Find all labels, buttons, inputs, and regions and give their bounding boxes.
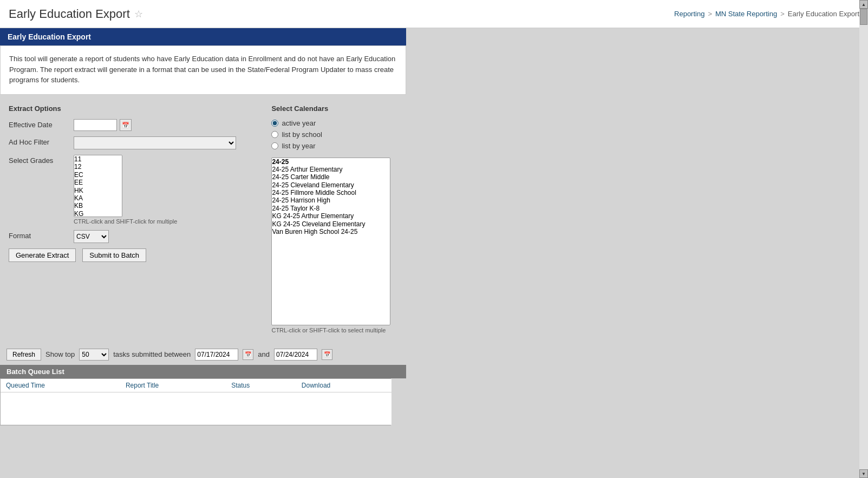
tasks-label: tasks submitted between <box>113 350 191 358</box>
scroll-down-button[interactable]: ▼ <box>859 469 868 478</box>
breadcrumb-mn-state-reporting[interactable]: MN State Reporting <box>715 10 777 18</box>
batch-empty-row <box>1 392 391 424</box>
radio-active-year-label: active year <box>282 119 316 127</box>
batch-table: Queued Time Report Title Status Download <box>1 379 391 425</box>
extract-options-title: Extract Options <box>9 104 255 113</box>
format-control: CSVHTMLXML <box>74 230 255 243</box>
adhoc-filter-select[interactable] <box>74 136 236 149</box>
adhoc-filter-row: Ad Hoc Filter <box>9 136 255 149</box>
adhoc-filter-control <box>74 136 255 149</box>
select-grades-control: 1112ECEEHKKAKBKG CTRL-click and SHIFT-cl… <box>74 155 255 225</box>
radio-list-by-year-row: list by year <box>271 142 397 150</box>
batch-controls: Refresh Show top 102050100 tasks submitt… <box>0 344 406 365</box>
calendar-radio-group: active year list by school list by year <box>271 119 397 150</box>
section-header-text: Early Education Export <box>8 32 91 41</box>
scroll-up-button[interactable]: ▲ <box>859 0 868 9</box>
batch-table-header-row: Queued Time Report Title Status Download <box>1 379 391 392</box>
format-label: Format <box>9 230 74 240</box>
app-header: Early Education Export ☆ Reporting > MN … <box>0 0 868 28</box>
select-calendars-title: Select Calendars <box>271 104 397 113</box>
breadcrumb-sep-1: > <box>708 10 712 18</box>
generate-extract-button[interactable]: Generate Extract <box>9 248 76 262</box>
radio-list-by-school[interactable] <box>271 131 278 138</box>
col-status[interactable]: Status <box>226 379 296 392</box>
batch-table-wrapper: Queued Time Report Title Status Download <box>0 378 391 425</box>
effective-date-control: 📅 <box>74 119 255 132</box>
col-report-title[interactable]: Report Title <box>120 379 226 392</box>
action-buttons: Generate Extract Submit to Batch <box>9 248 255 262</box>
select-grades-label: Select Grades <box>9 155 74 165</box>
col-queued-time[interactable]: Queued Time <box>1 379 120 392</box>
title-text: Early Education Export <box>9 7 130 21</box>
batch-date-from[interactable] <box>195 349 238 361</box>
scroll-track[interactable] <box>859 9 868 469</box>
breadcrumb-reporting[interactable]: Reporting <box>674 10 704 18</box>
extract-options-column: Extract Options Effective Date 📅 Ad Hoc … <box>9 104 255 333</box>
favorite-star-icon[interactable]: ☆ <box>134 8 143 20</box>
select-grades-row: Select Grades 1112ECEEHKKAKBKG CTRL-clic… <box>9 155 255 225</box>
effective-date-input[interactable] <box>74 119 117 131</box>
batch-date-from-calendar-icon[interactable]: 📅 <box>243 349 253 360</box>
section-header: Early Education Export <box>0 28 406 45</box>
refresh-button[interactable]: Refresh <box>6 349 41 361</box>
effective-date-calendar-icon[interactable]: 📅 <box>120 119 132 131</box>
scroll-thumb[interactable] <box>860 9 867 25</box>
batch-queue-label: Batch Queue List <box>0 365 406 378</box>
format-row: Format CSVHTMLXML <box>9 230 255 243</box>
grades-listbox[interactable]: 1112ECEEHKKAKBKG <box>74 155 122 217</box>
page-wrapper: Early Education Export This tool will ge… <box>0 28 868 425</box>
submit-to-batch-button[interactable]: Submit to Batch <box>82 248 146 262</box>
description-box: This tool will generate a report of stud… <box>0 45 406 95</box>
scrollbar[interactable]: ▲ ▼ <box>859 0 868 478</box>
show-top-select[interactable]: 102050100 <box>79 349 109 361</box>
radio-active-year-row: active year <box>271 119 397 127</box>
batch-date-to[interactable] <box>274 349 317 361</box>
and-label: and <box>258 350 270 358</box>
calendar-hint: CTRL-click or SHIFT-click to select mult… <box>271 327 397 333</box>
radio-list-by-school-row: list by school <box>271 130 397 139</box>
right-panel <box>406 28 868 425</box>
radio-list-by-school-label: list by school <box>282 130 322 139</box>
breadcrumb: Reporting > MN State Reporting > Early E… <box>674 10 859 18</box>
breadcrumb-current: Early Education Export <box>788 10 859 18</box>
select-calendars-column: Select Calendars active year list by sch… <box>271 104 397 333</box>
effective-date-row: Effective Date 📅 <box>9 119 255 132</box>
effective-date-label: Effective Date <box>9 119 74 129</box>
calendar-listbox[interactable]: 24-25 24-25 Arthur Elementary 24-25 Cart… <box>271 158 390 325</box>
form-area: Extract Options Effective Date 📅 Ad Hoc … <box>0 95 406 339</box>
batch-section: Refresh Show top 102050100 tasks submitt… <box>0 344 406 425</box>
batch-date-to-calendar-icon[interactable]: 📅 <box>322 349 332 360</box>
col-download: Download <box>296 379 391 392</box>
radio-active-year[interactable] <box>271 120 278 127</box>
show-top-label: Show top <box>45 350 75 358</box>
adhoc-filter-label: Ad Hoc Filter <box>9 136 74 146</box>
batch-queue-label-text: Batch Queue List <box>6 368 64 376</box>
app-title: Early Education Export ☆ <box>9 7 143 21</box>
breadcrumb-sep-2: > <box>780 10 785 18</box>
description-text: This tool will generate a report of stud… <box>9 55 395 84</box>
left-panel: Early Education Export This tool will ge… <box>0 28 406 425</box>
grades-hint: CTRL-click and SHIFT-click for multiple <box>74 218 255 225</box>
radio-list-by-year-label: list by year <box>282 142 315 150</box>
format-select[interactable]: CSVHTMLXML <box>74 230 109 243</box>
radio-list-by-year[interactable] <box>271 142 278 149</box>
